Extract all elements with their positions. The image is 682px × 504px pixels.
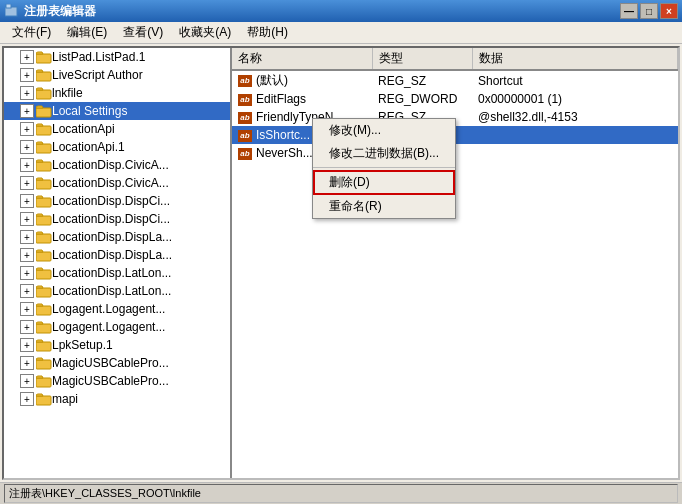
tree-expand-icon[interactable]: +: [20, 284, 34, 298]
ctx-delete[interactable]: 删除(D): [313, 170, 455, 195]
cell-data: [472, 144, 678, 162]
tree-item[interactable]: + LocationDisp.LatLon...: [4, 282, 230, 300]
menu-favorites[interactable]: 收藏夹(A): [171, 22, 239, 43]
tree-expand-icon[interactable]: +: [20, 356, 34, 370]
tree-expand-icon[interactable]: +: [20, 104, 34, 118]
menu-help[interactable]: 帮助(H): [239, 22, 296, 43]
folder-icon: [36, 86, 52, 100]
svg-rect-2: [36, 54, 51, 63]
folder-icon: [36, 176, 52, 190]
maximize-button[interactable]: □: [640, 3, 658, 19]
folder-icon: [36, 212, 52, 226]
tree-expand-icon[interactable]: +: [20, 248, 34, 262]
tree-item-label: Logagent.Logagent...: [52, 320, 165, 334]
folder-icon: [36, 68, 52, 82]
tree-expand-icon[interactable]: +: [20, 338, 34, 352]
svg-rect-20: [36, 378, 51, 387]
folder-icon: [36, 104, 52, 118]
menu-bar: 文件(F) 编辑(E) 查看(V) 收藏夹(A) 帮助(H): [0, 22, 682, 44]
tree-item[interactable]: + MagicUSBCablePro...: [4, 372, 230, 390]
svg-rect-13: [36, 252, 51, 261]
col-name[interactable]: 名称: [232, 48, 372, 70]
tree-item-label: lnkfile: [52, 86, 83, 100]
col-data[interactable]: 数据: [472, 48, 678, 70]
tree-item[interactable]: + LocationDisp.DispCi...: [4, 192, 230, 210]
svg-rect-21: [36, 396, 51, 405]
tree-item-label: LocationDisp.DispCi...: [52, 212, 170, 226]
data-pane[interactable]: 名称 类型 数据 ab(默认)REG_SZShortcutabEditFlags…: [232, 48, 678, 478]
tree-expand-icon[interactable]: +: [20, 392, 34, 406]
col-type[interactable]: 类型: [372, 48, 472, 70]
app-icon: [4, 3, 20, 19]
tree-item[interactable]: + Local Settings: [4, 102, 230, 120]
folder-icon: [36, 392, 52, 406]
tree-expand-icon[interactable]: +: [20, 266, 34, 280]
tree-item[interactable]: + MagicUSBCablePro...: [4, 354, 230, 372]
close-button[interactable]: ×: [660, 3, 678, 19]
menu-view[interactable]: 查看(V): [115, 22, 171, 43]
tree-item[interactable]: + LocationDisp.CivicA...: [4, 174, 230, 192]
tree-item[interactable]: + LocationDisp.DispLa...: [4, 246, 230, 264]
tree-item[interactable]: + LocationDisp.LatLon...: [4, 264, 230, 282]
folder-icon: [36, 50, 52, 64]
tree-item[interactable]: + Logagent.Logagent...: [4, 300, 230, 318]
tree-expand-icon[interactable]: +: [20, 50, 34, 64]
svg-rect-6: [36, 126, 51, 135]
table-row[interactable]: abEditFlagsREG_DWORD0x00000001 (1): [232, 90, 678, 108]
tree-expand-icon[interactable]: +: [20, 194, 34, 208]
svg-rect-14: [36, 270, 51, 279]
svg-rect-17: [36, 324, 51, 333]
minimize-button[interactable]: —: [620, 3, 638, 19]
title-bar-left: 注册表编辑器: [4, 3, 96, 20]
tree-expand-icon[interactable]: +: [20, 86, 34, 100]
tree-item-label: MagicUSBCablePro...: [52, 356, 169, 370]
tree-expand-icon[interactable]: +: [20, 212, 34, 226]
menu-edit[interactable]: 编辑(E): [59, 22, 115, 43]
folder-icon: [36, 230, 52, 244]
tree-item[interactable]: + LocationDisp.DispLa...: [4, 228, 230, 246]
tree-item-label: ListPad.ListPad.1: [52, 50, 145, 64]
tree-item[interactable]: + ListPad.ListPad.1: [4, 48, 230, 66]
window-body: + ListPad.ListPad.1+ LiveScript Author+ …: [0, 44, 682, 504]
folder-icon: [36, 374, 52, 388]
tree-item[interactable]: + Logagent.Logagent...: [4, 318, 230, 336]
table-row[interactable]: ab(默认)REG_SZShortcut: [232, 70, 678, 90]
cell-type: REG_DWORD: [372, 90, 472, 108]
tree-expand-icon[interactable]: +: [20, 140, 34, 154]
tree-expand-icon[interactable]: +: [20, 230, 34, 244]
tree-expand-icon[interactable]: +: [20, 158, 34, 172]
folder-icon: [36, 194, 52, 208]
status-text: 注册表\HKEY_CLASSES_ROOT\lnkfile: [4, 484, 678, 503]
svg-rect-1: [6, 4, 11, 8]
tree-item[interactable]: + LocationDisp.DispCi...: [4, 210, 230, 228]
tree-item-label: Local Settings: [52, 104, 127, 118]
tree-item-label: LocationDisp.DispLa...: [52, 248, 172, 262]
main-panes: + ListPad.ListPad.1+ LiveScript Author+ …: [2, 46, 680, 480]
tree-item-label: Logagent.Logagent...: [52, 302, 165, 316]
tree-item[interactable]: + LocationApi.1: [4, 138, 230, 156]
tree-pane[interactable]: + ListPad.ListPad.1+ LiveScript Author+ …: [4, 48, 232, 478]
tree-expand-icon[interactable]: +: [20, 302, 34, 316]
tree-expand-icon[interactable]: +: [20, 68, 34, 82]
svg-rect-9: [36, 180, 51, 189]
tree-item-label: LocationDisp.DispCi...: [52, 194, 170, 208]
title-controls: — □ ×: [620, 3, 678, 19]
tree-item[interactable]: + LocationDisp.CivicA...: [4, 156, 230, 174]
tree-expand-icon[interactable]: +: [20, 176, 34, 190]
folder-icon: [36, 140, 52, 154]
tree-item-label: LocationDisp.CivicA...: [52, 176, 169, 190]
tree-expand-icon[interactable]: +: [20, 122, 34, 136]
tree-item[interactable]: + LocationApi: [4, 120, 230, 138]
ctx-modify[interactable]: 修改(M)...: [313, 119, 455, 142]
folder-icon: [36, 248, 52, 262]
ctx-modify-binary[interactable]: 修改二进制数据(B)...: [313, 142, 455, 165]
tree-item[interactable]: + mapi: [4, 390, 230, 408]
menu-file[interactable]: 文件(F): [4, 22, 59, 43]
tree-item[interactable]: + LiveScript Author: [4, 66, 230, 84]
tree-item[interactable]: + LpkSetup.1: [4, 336, 230, 354]
tree-expand-icon[interactable]: +: [20, 374, 34, 388]
tree-expand-icon[interactable]: +: [20, 320, 34, 334]
tree-item-label: LocationApi: [52, 122, 115, 136]
tree-item[interactable]: + lnkfile: [4, 84, 230, 102]
ctx-rename[interactable]: 重命名(R): [313, 195, 455, 218]
